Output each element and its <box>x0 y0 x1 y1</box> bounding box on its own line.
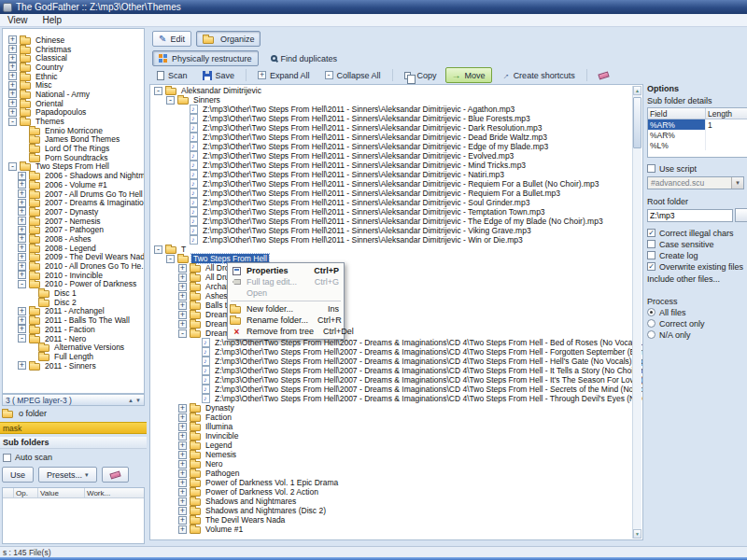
file-row[interactable]: Z:\mp3\Other\Two Steps From Hell\2011 - … <box>150 198 631 207</box>
tab-edit[interactable]: ✎ Edit <box>152 31 191 47</box>
expand-box-icon[interactable]: + <box>178 404 187 413</box>
file-row[interactable]: Z:\mp3\Other\Two Steps From Hell\2007 - … <box>150 394 631 403</box>
expand-box-icon[interactable]: + <box>178 264 187 273</box>
folder-row[interactable]: -2011 - Nero <box>3 334 144 343</box>
folder-row[interactable]: Disc 1 <box>3 288 144 298</box>
expand-box-icon[interactable]: + <box>178 320 187 329</box>
expand-box-icon[interactable]: + <box>8 54 17 63</box>
expand-box-icon[interactable]: + <box>178 507 187 515</box>
folder-row[interactable]: +Dreams & <box>150 310 631 319</box>
file-row[interactable]: Z:\mp3\Other\Two Steps From Hell\2011 - … <box>150 235 631 245</box>
expand-box-icon[interactable]: + <box>8 99 17 107</box>
expand-box-icon[interactable]: + <box>18 234 26 243</box>
expand-box-icon[interactable]: + <box>18 271 26 279</box>
expand-box-icon[interactable]: + <box>18 316 26 325</box>
folder-row[interactable]: +Oriental <box>3 99 144 108</box>
expand-box-icon[interactable]: + <box>8 45 17 53</box>
file-row[interactable]: Z:\mp3\Other\Two Steps From Hell\2011 - … <box>150 133 631 142</box>
collapse-box-icon[interactable]: - <box>8 118 17 126</box>
expand-box-icon[interactable]: + <box>178 311 187 319</box>
folder-row[interactable]: +National - Army <box>3 90 144 99</box>
mask-table-column-header[interactable]: Op. <box>14 488 38 497</box>
folder-row[interactable]: +Dreams & <box>150 319 631 329</box>
menu-view[interactable]: View <box>7 15 28 25</box>
collapse-box-icon[interactable]: - <box>166 96 175 105</box>
file-row[interactable]: Z:\mp3\Other\Two Steps From Hell\2011 - … <box>150 142 631 151</box>
folder-row[interactable]: +Dynasty <box>150 403 631 413</box>
radio-row[interactable]: Correct only <box>647 318 747 329</box>
folder-row[interactable]: +Power of Darkness Vol. 2 Action <box>150 487 631 497</box>
collapse-box-icon[interactable]: - <box>18 334 26 343</box>
field-table-row[interactable]: %AR%1 <box>648 119 747 130</box>
folder-row[interactable]: +Nero <box>150 459 631 469</box>
collapse-box-icon[interactable]: - <box>178 329 187 338</box>
folder-row[interactable]: +Volume #1 <box>150 525 631 534</box>
mask-field[interactable]: mask <box>0 422 147 434</box>
expand-box-icon[interactable]: + <box>18 361 26 370</box>
panel-down-icon[interactable]: ▼ <box>135 397 141 404</box>
collapse-box-icon[interactable]: - <box>18 280 26 288</box>
physically-restructure-toggle[interactable]: Physically restructure <box>152 50 259 66</box>
expand-box-icon[interactable]: + <box>178 301 187 310</box>
expand-box-icon[interactable]: + <box>18 199 26 207</box>
mask-table-column-header[interactable] <box>3 488 14 497</box>
folder-row[interactable]: Alternative Versions <box>3 343 144 352</box>
expand-box-icon[interactable]: + <box>8 35 17 44</box>
folder-row[interactable]: +Archangel <box>150 282 631 291</box>
expand-box-icon[interactable]: + <box>18 217 26 225</box>
expand-box-icon[interactable]: + <box>178 413 187 422</box>
clear-tree-button[interactable] <box>592 67 615 83</box>
expand-box-icon[interactable]: + <box>178 283 187 291</box>
folder-row[interactable]: +Power of Darkness Vol. 1 Epic Drama <box>150 478 631 487</box>
folder-row[interactable]: James Bond Themes <box>3 135 144 145</box>
radio-row[interactable]: All files <box>647 307 747 317</box>
folder-row[interactable]: +Invincible <box>150 431 631 441</box>
file-row[interactable]: Z:\mp3\Other\Two Steps From Hell\2011 - … <box>150 123 631 133</box>
menu-item-open[interactable]: Open <box>229 287 343 299</box>
field-table-row[interactable]: %AR% <box>648 130 747 140</box>
expand-box-icon[interactable]: + <box>18 307 26 315</box>
file-row[interactable]: Z:\mp3\Other\Two Steps From Hell\2011 - … <box>150 179 631 189</box>
checkbox-row[interactable]: Case sensitive <box>647 239 747 249</box>
menu-item-properties[interactable]: PropertiesCtrl+P <box>229 265 343 276</box>
expand-box-icon[interactable]: + <box>18 325 26 333</box>
folder-row[interactable]: Porn Soundtracks <box>3 153 144 162</box>
folder-row[interactable]: +Papadopoulos <box>3 108 144 118</box>
folder-row[interactable]: +Shadows and Nightmares (Disc 2) <box>150 506 631 515</box>
collapse-box-icon[interactable]: - <box>8 162 17 171</box>
folder-row[interactable]: +Ashes <box>150 291 631 301</box>
scan-button[interactable]: Scan <box>150 67 194 83</box>
expand-box-icon[interactable]: + <box>178 497 187 506</box>
file-row[interactable]: Z:\mp3\Other\Two Steps From Hell\2007 - … <box>150 357 631 366</box>
checkbox-icon[interactable] <box>647 240 655 248</box>
expand-box-icon[interactable]: + <box>8 90 17 98</box>
folder-row[interactable]: -2010 - Power of Darkness <box>3 280 144 289</box>
folder-row[interactable]: +2009 - The Devil Wears Nada <box>3 253 144 262</box>
folder-row[interactable]: +2007 - All Drums Go To Hell <box>3 189 144 199</box>
folder-row[interactable]: -Two Steps From Hell <box>3 162 144 172</box>
expand-box-icon[interactable]: + <box>178 525 187 534</box>
folder-row[interactable]: +Misc <box>3 80 144 90</box>
file-row[interactable]: Z:\mp3\Other\Two Steps From Hell\2011 - … <box>150 105 631 114</box>
folder-row[interactable]: +Faction <box>150 413 631 422</box>
folder-row[interactable]: +Christmas <box>3 45 144 54</box>
expand-box-icon[interactable]: + <box>18 244 26 252</box>
expand-box-icon[interactable]: + <box>178 441 187 450</box>
save-button[interactable]: Save <box>196 67 242 83</box>
checkbox-icon[interactable]: ✓ <box>647 229 655 237</box>
clear-mask-button[interactable] <box>102 467 129 483</box>
folder-row[interactable]: +All Drones <box>150 263 631 273</box>
folder-row[interactable]: +Country <box>3 63 144 72</box>
checkbox-row[interactable]: ✓Correct illegal chars <box>647 228 747 238</box>
length-column-header[interactable]: Length <box>706 108 747 119</box>
vertical-scrollbar[interactable]: ▲ ▼ <box>632 86 641 539</box>
collapse-box-icon[interactable]: - <box>154 87 162 95</box>
folder-row[interactable]: -Two Steps From Hell <box>150 254 631 263</box>
radio-row[interactable]: N/A only <box>647 329 747 340</box>
expand-box-icon[interactable]: + <box>18 262 26 271</box>
folder-row[interactable]: +Legend <box>150 441 631 450</box>
folder-row[interactable]: +2010 - Invincible <box>3 271 144 280</box>
expand-box-icon[interactable]: + <box>8 63 17 71</box>
file-row[interactable]: Z:\mp3\Other\Two Steps From Hell\2011 - … <box>150 151 631 161</box>
expand-box-icon[interactable]: + <box>18 207 26 216</box>
